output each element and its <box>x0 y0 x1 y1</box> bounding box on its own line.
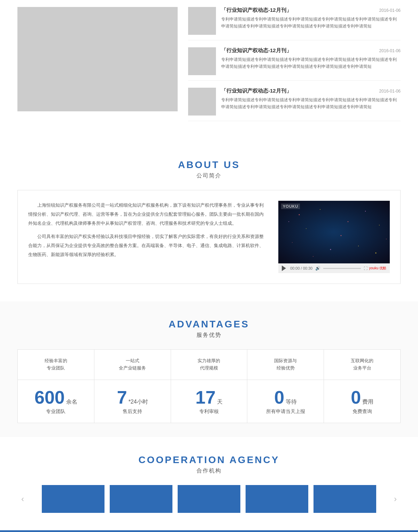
svg-point-11 <box>313 256 314 257</box>
svg-point-14 <box>386 239 387 239</box>
news-thumb-0 <box>188 7 216 35</box>
svg-point-7 <box>379 225 380 225</box>
adv-unit-0: 余名 <box>66 397 77 406</box>
advantages-bottom-row: 600 余名 专业团队 7 *24小时 售后支持 17 天 专利审核 0 等待 … <box>18 380 400 423</box>
about-inner: 上海恒锐知识产权服务有限公司是一站式精细化知识产权服务机构，旗下设有知识产权代理… <box>17 190 401 284</box>
footer: 首页|服务项目|新闻资讯|资料下载|人才招聘|联系我们 版权申明：上海恒锐知识产… <box>0 530 418 532</box>
adv-number-4: 0 <box>351 388 361 407</box>
news-date-2: 2016-01-06 <box>379 89 401 94</box>
volume-icon[interactable]: 🔊 <box>315 266 320 271</box>
news-desc-0: 专利申请简短描述专利申请简短描述专利申请简短描述专利申请简短描述专利申请简短描述… <box>221 16 401 30</box>
adv-bottom-cell-3: 0 等待 所有申请当天上报 <box>247 380 324 423</box>
news-container: 「行业知识产权动态-12月刊」 2016-01-06 专利申请简短描述专利申请简… <box>17 7 401 128</box>
advantages-table: 经验丰富的 专业团队一站式 全产业链服务实力雄厚的 代理规模国际资源与 经验优势… <box>17 349 401 423</box>
news-item-1[interactable]: 「行业知识产权动态-12月刊」 2016-01-06 专利申请简短描述专利申请简… <box>188 47 401 81</box>
news-content-1: 「行业知识产权动态-12月刊」 2016-01-06 专利申请简短描述专利申请简… <box>221 47 401 75</box>
adv-unit-4: 费用 <box>362 397 373 406</box>
news-item-2[interactable]: 「行业知识产权动态-12月刊」 2016-01-06 专利申请简短描述专利申请简… <box>188 88 401 121</box>
adv-bottom-cell-0: 600 余名 专业团队 <box>18 380 94 423</box>
news-title-1: 「行业知识产权动态-12月刊」 <box>221 47 292 54</box>
video-time: 00:00 / 00:30 <box>290 266 312 270</box>
adv-number-1: 7 <box>117 388 127 407</box>
news-date-0: 2016-01-06 <box>379 8 401 13</box>
adv-bottom-cell-4: 0 费用 免费查询 <box>324 380 400 423</box>
about-text: 上海恒锐知识产权服务有限公司是一站式精细化知识产权服务机构，旗下设有知识产权代理… <box>28 201 264 273</box>
coop-prev-arrow[interactable]: ‹ <box>17 489 28 509</box>
adv-top-cell-4: 互联网化的 业务平台 <box>324 350 400 380</box>
fullscreen-icon[interactable]: ⛶ <box>364 266 367 270</box>
advantages-section: ADVANTAGES 服务优势 经验丰富的 专业团队一站式 全产业链服务实力雄厚… <box>0 301 418 437</box>
adv-top-cell-1: 一站式 全产业链服务 <box>94 350 171 380</box>
coop-item-3[interactable] <box>246 485 308 513</box>
coop-slider-wrapper: ‹ › <box>17 485 401 513</box>
adv-number-0: 600 <box>34 388 65 407</box>
svg-point-2 <box>320 209 320 210</box>
svg-point-3 <box>348 221 349 222</box>
svg-point-8 <box>292 242 293 243</box>
news-section: 「行业知识产权动态-12月刊」 2016-01-06 专利申请简短描述专利申请简… <box>0 0 418 142</box>
video-ctrl-icons: ⛶ youku 优酷 <box>364 266 386 271</box>
cooperation-title-cn: 合作机构 <box>0 467 418 475</box>
svg-rect-0 <box>278 201 390 263</box>
svg-point-1 <box>299 214 300 215</box>
video-controls: 00:00 / 00:30 🔊 ⛶ youku 优酷 <box>278 263 390 273</box>
news-content-2: 「行业知识产权动态-12月刊」 2016-01-06 专利申请简短描述专利申请简… <box>221 88 401 116</box>
video-image <box>278 201 390 263</box>
news-header-1: 「行业知识产权动态-12月刊」 2016-01-06 <box>221 47 401 54</box>
video-thumbnail[interactable]: YOUKU <box>278 201 390 263</box>
svg-point-10 <box>358 246 359 246</box>
adv-top-cell-2: 实力雄厚的 代理规模 <box>171 350 248 380</box>
coop-item-0[interactable] <box>42 485 104 513</box>
svg-point-12 <box>376 253 377 254</box>
cooperation-section: COOPERATION AGENCY 合作机构 ‹ › <box>0 437 418 530</box>
news-header-2: 「行业知识产权动态-12月刊」 2016-01-06 <box>221 88 401 94</box>
coop-item-4[interactable] <box>314 485 376 513</box>
news-header-0: 「行业知识产权动态-12月刊」 2016-01-06 <box>221 7 401 14</box>
news-desc-2: 专利申请简短描述专利申请简短描述专利申请简短描述专利申请简短描述专利申请简短描述… <box>221 96 401 111</box>
news-title-2: 「行业知识产权动态-12月刊」 <box>221 88 292 94</box>
svg-point-13 <box>288 221 289 222</box>
adv-label-0: 专业团队 <box>21 407 91 415</box>
news-desc-1: 专利申请简短描述专利申请简短描述专利申请简短描述专利申请简短描述专利申请简短描述… <box>221 56 401 70</box>
adv-bottom-cell-1: 7 *24小时 售后支持 <box>94 380 171 423</box>
about-video: YOUKU 00:00 / 00:30 🔊 ⛶ youku 优酷 <box>278 201 390 273</box>
adv-top-cell-3: 国际资源与 经验优势 <box>247 350 324 380</box>
news-date-1: 2016-01-06 <box>379 48 401 53</box>
svg-point-6 <box>341 235 342 236</box>
about-para1: 上海恒锐知识产权服务有限公司是一站式精细化知识产权服务机构，旗下设有知识产权代理… <box>28 201 264 228</box>
adv-label-3: 所有申请当天上报 <box>251 407 320 415</box>
about-title-cn: 公司简介 <box>0 172 418 180</box>
news-thumb-1 <box>188 47 216 75</box>
svg-point-4 <box>365 211 366 212</box>
coop-next-arrow[interactable]: › <box>390 489 401 509</box>
news-content-0: 「行业知识产权动态-12月刊」 2016-01-06 专利申请简短描述专利申请简… <box>221 7 401 35</box>
advantages-title-cn: 服务优势 <box>0 332 418 339</box>
about-section: ABOUT US 公司简介 上海恒锐知识产权服务有限公司是一站式精细化知识产权服… <box>0 142 418 301</box>
video-progress-bar[interactable] <box>323 268 361 269</box>
adv-number-2: 17 <box>195 388 216 407</box>
coop-item-2[interactable] <box>178 485 240 513</box>
adv-unit-1: *24小时 <box>129 397 148 406</box>
news-title-0: 「行业知识产权动态-12月刊」 <box>221 7 292 14</box>
about-para2: 公司具有丰富的知识产权实务经验以及科技项目申报经验，切实了解客户的实际需求，有良… <box>28 232 264 259</box>
news-item-0[interactable]: 「行业知识产权动态-12月刊」 2016-01-06 专利申请简短描述专利申请简… <box>188 7 401 40</box>
advantages-top-row: 经验丰富的 专业团队一站式 全产业链服务实力雄厚的 代理规模国际资源与 经验优势… <box>18 350 400 380</box>
adv-top-cell-0: 经验丰富的 专业团队 <box>18 350 94 380</box>
coop-item-1[interactable] <box>110 485 172 513</box>
adv-label-1: 售后支持 <box>98 407 167 415</box>
adv-label-2: 专利审核 <box>175 407 244 415</box>
svg-point-5 <box>306 228 307 229</box>
coop-slider <box>28 485 390 513</box>
adv-bottom-cell-2: 17 天 专利审核 <box>171 380 248 423</box>
advantages-title-en: ADVANTAGES <box>0 319 418 330</box>
about-title-en: ABOUT US <box>0 159 418 170</box>
news-featured-image <box>17 7 178 111</box>
youku-logo: YOUKU <box>281 204 300 209</box>
play-button[interactable] <box>282 265 287 271</box>
adv-unit-2: 天 <box>217 397 223 406</box>
youku-brand-label: youku 优酷 <box>369 266 386 271</box>
news-list: 「行业知识产权动态-12月刊」 2016-01-06 专利申请简短描述专利申请简… <box>188 7 401 128</box>
svg-point-9 <box>330 249 331 250</box>
cooperation-title-en: COOPERATION AGENCY <box>0 454 418 466</box>
adv-unit-3: 等待 <box>286 397 297 406</box>
